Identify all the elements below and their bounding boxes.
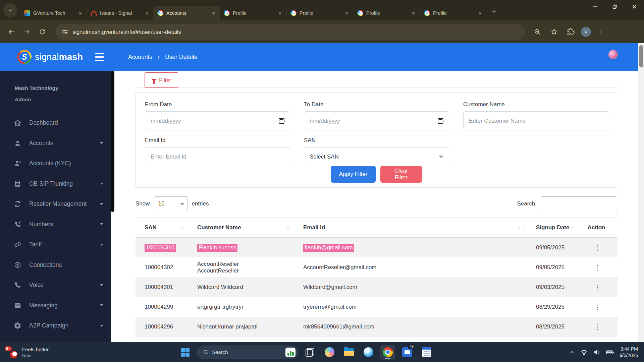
extensions-button[interactable] (564, 25, 578, 39)
sidebar-item-a2p-campaign[interactable]: A2P Campaign (0, 316, 111, 336)
page-scrollbar[interactable] (638, 43, 644, 342)
tab-close-icon[interactable]: × (211, 10, 216, 16)
calendar-icon[interactable] (279, 118, 284, 124)
close-button[interactable] (625, 0, 644, 13)
calendar-icon[interactable] (438, 118, 443, 124)
sidebar-item-connections[interactable]: Connections (0, 255, 111, 275)
minimize-button[interactable] (586, 0, 605, 13)
tab-close-icon[interactable]: × (277, 10, 283, 16)
sort-icon[interactable]: ↑↓ (180, 225, 183, 230)
sidebar-item-label: Accounts (KYC) (29, 160, 103, 167)
restore-button[interactable] (605, 0, 625, 13)
brand-zone: signalmash (0, 43, 111, 71)
sidebar-item-reseller-management[interactable]: Reseller Management (0, 194, 111, 215)
tray-chevron-up-icon[interactable] (569, 349, 575, 355)
sort-icon[interactable]: ↑↓ (571, 225, 574, 230)
taskbar-weather-widget[interactable]: 9+ Feels hotter Now (0, 346, 111, 359)
copilot-button[interactable] (322, 345, 337, 360)
browser-menu-button[interactable] (594, 25, 608, 39)
sidebar-item-messaging[interactable]: Messaging (0, 295, 111, 316)
user-icon (13, 139, 21, 147)
task-view-button[interactable] (303, 345, 317, 360)
battery-icon[interactable] (606, 349, 614, 356)
page-size-select[interactable]: 10 (154, 196, 188, 211)
sidebar-item-accounts-kyc[interactable]: Accounts (KYC) (0, 154, 111, 174)
apply-filter-button[interactable]: Apply Filter (331, 166, 376, 183)
tab-close-icon[interactable]: × (477, 10, 483, 16)
bookmark-button[interactable] (547, 25, 561, 39)
file-explorer-button[interactable] (341, 345, 356, 360)
header-avatar[interactable] (608, 50, 618, 59)
sidebar-item-ob-sip-trunking[interactable]: OB SIP Trunking (0, 174, 111, 194)
column-header-email-id[interactable]: Email Id↑↓ (294, 218, 525, 238)
tab-label: Issues - Signal (100, 10, 141, 16)
taskbar-search[interactable]: Search (197, 346, 298, 359)
row-actions-kebab-icon[interactable]: ⋮ (594, 264, 601, 271)
zoom-button[interactable] (531, 25, 544, 39)
customer-name-input[interactable]: Enter Customer Name (463, 111, 609, 130)
tab-close-icon[interactable]: × (144, 10, 150, 16)
tab-close-icon[interactable]: × (77, 10, 83, 16)
san-label: SAN (304, 137, 449, 144)
search-highlight-thumbnail[interactable] (285, 348, 296, 357)
back-button[interactable] (5, 25, 18, 39)
tab-close-icon[interactable]: × (411, 10, 416, 16)
wifi-icon[interactable] (580, 349, 588, 356)
browser-tab[interactable]: Issues - Signal× (87, 6, 153, 20)
email-id-input[interactable]: Enter Email Id (145, 147, 290, 166)
row-actions-kebab-icon[interactable]: ⋮ (594, 323, 601, 330)
tab-close-icon[interactable]: × (344, 10, 350, 16)
hamburger-menu-icon[interactable] (93, 51, 106, 63)
new-tab-button[interactable]: + (489, 6, 499, 16)
list-controls: Show 10 entries Search: (136, 196, 617, 211)
from-date-label: From Date (145, 101, 290, 108)
sidebar-item-voice[interactable]: Voice (0, 275, 111, 296)
address-bar[interactable]: signalmash.gventure.info/#/user/user-det… (56, 24, 525, 40)
sort-icon[interactable]: ↑↓ (605, 225, 608, 230)
puzzle-icon (567, 28, 575, 36)
browser-tab[interactable]: Profile× (220, 6, 286, 20)
notepad-button[interactable] (419, 345, 434, 360)
column-header-signup-date[interactable]: Signup Date↑↓ (525, 218, 579, 238)
browser-tab[interactable]: Accounts× (153, 6, 220, 20)
clear-filter-button[interactable]: Clear Filter (380, 166, 422, 183)
san-select[interactable]: Select SAN (304, 147, 449, 166)
page-scrollbar-thumb[interactable] (639, 45, 643, 67)
chrome-button[interactable] (380, 345, 395, 360)
row-actions-kebab-icon[interactable]: ⋮ (594, 304, 601, 310)
row-actions-kebab-icon[interactable]: ⋮ (594, 284, 601, 291)
edge-button[interactable] (361, 345, 376, 360)
table-search: Search: (517, 196, 617, 211)
tab-search-button[interactable] (3, 3, 17, 17)
user-plus-icon (13, 160, 21, 168)
search-input[interactable] (541, 196, 617, 211)
breadcrumb-accounts[interactable]: Accounts (128, 54, 152, 61)
volume-icon[interactable] (593, 349, 600, 356)
browser-profile-avatar[interactable]: V (581, 27, 591, 37)
gear-icon (13, 322, 21, 330)
sidebar-item-dashboard[interactable]: Dashboard (0, 113, 111, 133)
sort-icon[interactable]: ↑↓ (286, 225, 289, 230)
browser-tab[interactable]: Profile× (353, 6, 420, 20)
filter-toggle-button[interactable]: Filter (145, 72, 178, 88)
browser-tab[interactable]: GVenture Tech× (20, 6, 87, 20)
start-button[interactable] (178, 345, 193, 360)
column-header-san[interactable]: SAN↑↓ (136, 218, 188, 238)
taskbar-clock[interactable]: 3:44 PM 9/5/2025 (620, 346, 638, 359)
column-header-customer-name[interactable]: Customer Name↑↓ (188, 218, 294, 238)
sidebar-item-tariff[interactable]: Tariff (0, 235, 111, 255)
sidebar-scrollbar[interactable] (111, 71, 114, 212)
row-actions-kebab-icon[interactable]: ⋮ (594, 244, 601, 251)
forward-button[interactable] (20, 25, 34, 39)
mail-app-button[interactable]: 49 (400, 345, 415, 360)
reload-button[interactable] (36, 25, 49, 39)
from-date-input[interactable]: mm/dd/yyyy (145, 111, 290, 130)
caret-down-icon (100, 244, 103, 246)
sidebar-item-accounts[interactable]: Accounts (0, 133, 111, 154)
sidebar-item-numbers[interactable]: Numbers (0, 214, 111, 235)
column-header-action[interactable]: Action↑↓ (579, 218, 616, 238)
browser-tab[interactable]: Profile× (420, 6, 486, 20)
browser-tab[interactable]: Profile× (286, 6, 353, 20)
sort-icon[interactable]: ↑↓ (517, 225, 520, 230)
to-date-input[interactable]: mm/dd/yyyy (304, 111, 449, 130)
